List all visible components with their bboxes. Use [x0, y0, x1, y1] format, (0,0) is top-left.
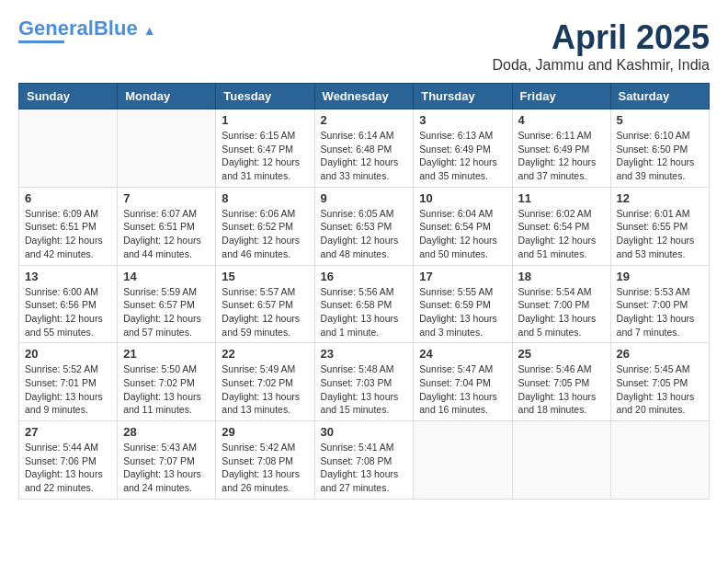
calendar-cell: 14Sunrise: 5:59 AM Sunset: 6:57 PM Dayli… [118, 265, 216, 343]
day-header: Thursday [414, 84, 512, 109]
day-number: 20 [25, 347, 111, 361]
cell-details: Sunrise: 6:15 AM Sunset: 6:47 PM Dayligh… [222, 129, 308, 183]
day-number: 19 [617, 270, 703, 283]
day-number: 28 [123, 425, 210, 439]
cell-details: Sunrise: 6:00 AM Sunset: 6:56 PM Dayligh… [25, 285, 111, 339]
cell-details: Sunrise: 5:46 AM Sunset: 7:05 PM Dayligh… [518, 362, 605, 417]
day-number: 25 [518, 347, 605, 361]
calendar-cell: 17Sunrise: 5:55 AM Sunset: 6:59 PM Dayli… [414, 265, 512, 343]
cell-details: Sunrise: 6:09 AM Sunset: 6:51 PM Dayligh… [25, 207, 111, 261]
calendar-cell: 8Sunrise: 6:06 AM Sunset: 6:52 PM Daylig… [216, 187, 314, 265]
day-number: 2 [321, 113, 408, 127]
logo-icon: ▲ [143, 23, 156, 38]
day-number: 10 [419, 191, 506, 205]
cell-details: Sunrise: 6:14 AM Sunset: 6:48 PM Dayligh… [321, 129, 408, 183]
calendar-week: 20Sunrise: 5:52 AM Sunset: 7:01 PM Dayli… [19, 343, 710, 421]
calendar-cell: 9Sunrise: 6:05 AM Sunset: 6:53 PM Daylig… [314, 187, 414, 265]
cell-details: Sunrise: 5:43 AM Sunset: 7:07 PM Dayligh… [123, 441, 210, 495]
day-header: Tuesday [216, 84, 314, 109]
calendar-cell [19, 109, 118, 188]
calendar-week: 6Sunrise: 6:09 AM Sunset: 6:51 PM Daylig… [19, 187, 710, 265]
calendar-cell: 5Sunrise: 6:10 AM Sunset: 6:50 PM Daylig… [610, 109, 709, 188]
cell-details: Sunrise: 6:05 AM Sunset: 6:53 PM Dayligh… [321, 207, 408, 261]
title-area: April 2025 Doda, Jammu and Kashmir, Indi… [492, 18, 710, 74]
day-number: 23 [321, 347, 408, 361]
cell-details: Sunrise: 5:48 AM Sunset: 7:03 PM Dayligh… [321, 362, 408, 417]
cell-details: Sunrise: 5:55 AM Sunset: 6:59 PM Dayligh… [419, 285, 506, 339]
day-number: 7 [123, 191, 210, 205]
cell-details: Sunrise: 5:50 AM Sunset: 7:02 PM Dayligh… [123, 362, 210, 417]
calendar-cell: 6Sunrise: 6:09 AM Sunset: 6:51 PM Daylig… [19, 187, 118, 265]
day-number: 5 [617, 113, 703, 127]
calendar-week: 1Sunrise: 6:15 AM Sunset: 6:47 PM Daylig… [19, 109, 710, 188]
calendar-cell: 2Sunrise: 6:14 AM Sunset: 6:48 PM Daylig… [314, 109, 414, 188]
cell-details: Sunrise: 5:45 AM Sunset: 7:05 PM Dayligh… [617, 362, 703, 417]
month-title: April 2025 [492, 18, 710, 57]
day-number: 14 [123, 270, 210, 283]
cell-details: Sunrise: 5:59 AM Sunset: 6:57 PM Dayligh… [123, 285, 210, 339]
calendar-cell: 18Sunrise: 5:54 AM Sunset: 7:00 PM Dayli… [512, 265, 610, 343]
day-number: 13 [25, 270, 111, 283]
day-number: 9 [321, 191, 408, 205]
calendar-cell: 27Sunrise: 5:44 AM Sunset: 7:06 PM Dayli… [19, 421, 118, 500]
day-number: 17 [419, 270, 506, 283]
day-header: Friday [512, 84, 610, 109]
cell-details: Sunrise: 6:07 AM Sunset: 6:51 PM Dayligh… [123, 207, 210, 261]
cell-details: Sunrise: 5:52 AM Sunset: 7:01 PM Dayligh… [25, 362, 111, 417]
day-number: 8 [222, 191, 308, 205]
day-number: 26 [617, 347, 703, 361]
day-number: 21 [123, 347, 210, 361]
calendar-header: SundayMondayTuesdayWednesdayThursdayFrid… [19, 84, 710, 109]
cell-details: Sunrise: 5:49 AM Sunset: 7:02 PM Dayligh… [222, 362, 308, 417]
cell-details: Sunrise: 5:54 AM Sunset: 7:00 PM Dayligh… [518, 285, 605, 339]
cell-details: Sunrise: 5:41 AM Sunset: 7:08 PM Dayligh… [321, 441, 408, 495]
calendar-week: 27Sunrise: 5:44 AM Sunset: 7:06 PM Dayli… [19, 421, 710, 500]
cell-details: Sunrise: 6:02 AM Sunset: 6:54 PM Dayligh… [518, 207, 605, 261]
day-number: 29 [222, 425, 308, 439]
day-number: 15 [222, 270, 308, 283]
day-header: Wednesday [314, 84, 414, 109]
day-number: 24 [419, 347, 506, 361]
calendar-cell: 13Sunrise: 6:00 AM Sunset: 6:56 PM Dayli… [19, 265, 118, 343]
day-number: 11 [518, 191, 605, 205]
header: GeneralBlue ▲ April 2025 Doda, Jammu and… [18, 18, 710, 74]
day-number: 3 [419, 113, 506, 127]
calendar-cell: 21Sunrise: 5:50 AM Sunset: 7:02 PM Dayli… [118, 343, 216, 421]
calendar-cell: 3Sunrise: 6:13 AM Sunset: 6:49 PM Daylig… [414, 109, 512, 188]
calendar-week: 13Sunrise: 6:00 AM Sunset: 6:56 PM Dayli… [19, 265, 710, 343]
cell-details: Sunrise: 6:01 AM Sunset: 6:55 PM Dayligh… [617, 207, 703, 261]
day-number: 22 [222, 347, 308, 361]
cell-details: Sunrise: 5:47 AM Sunset: 7:04 PM Dayligh… [419, 362, 506, 417]
calendar-cell [414, 421, 512, 500]
calendar-cell: 7Sunrise: 6:07 AM Sunset: 6:51 PM Daylig… [118, 187, 216, 265]
day-header: Monday [118, 84, 216, 109]
calendar-cell: 1Sunrise: 6:15 AM Sunset: 6:47 PM Daylig… [216, 109, 314, 188]
cell-details: Sunrise: 6:04 AM Sunset: 6:54 PM Dayligh… [419, 207, 506, 261]
day-number: 27 [25, 425, 111, 439]
calendar-cell [512, 421, 610, 500]
cell-details: Sunrise: 6:06 AM Sunset: 6:52 PM Dayligh… [222, 207, 308, 261]
calendar-cell: 28Sunrise: 5:43 AM Sunset: 7:07 PM Dayli… [118, 421, 216, 500]
day-header: Sunday [19, 84, 118, 109]
calendar-cell: 26Sunrise: 5:45 AM Sunset: 7:05 PM Dayli… [610, 343, 709, 421]
logo-blue: Blue [94, 17, 138, 40]
calendar-cell: 10Sunrise: 6:04 AM Sunset: 6:54 PM Dayli… [414, 187, 512, 265]
logo: GeneralBlue ▲ [18, 18, 156, 43]
calendar-cell: 4Sunrise: 6:11 AM Sunset: 6:49 PM Daylig… [512, 109, 610, 188]
calendar-cell: 16Sunrise: 5:56 AM Sunset: 6:58 PM Dayli… [314, 265, 414, 343]
cell-details: Sunrise: 5:53 AM Sunset: 7:00 PM Dayligh… [617, 285, 703, 339]
day-number: 18 [518, 270, 605, 283]
cell-details: Sunrise: 6:10 AM Sunset: 6:50 PM Dayligh… [617, 129, 703, 183]
calendar-cell: 12Sunrise: 6:01 AM Sunset: 6:55 PM Dayli… [610, 187, 709, 265]
calendar-cell: 23Sunrise: 5:48 AM Sunset: 7:03 PM Dayli… [314, 343, 414, 421]
calendar-cell: 20Sunrise: 5:52 AM Sunset: 7:01 PM Dayli… [19, 343, 118, 421]
day-number: 1 [222, 113, 308, 127]
day-number: 30 [321, 425, 408, 439]
day-number: 6 [25, 191, 111, 205]
calendar-body: 1Sunrise: 6:15 AM Sunset: 6:47 PM Daylig… [19, 109, 710, 500]
location-title: Doda, Jammu and Kashmir, India [492, 57, 710, 74]
day-header: Saturday [610, 84, 709, 109]
logo-general: General [18, 17, 94, 40]
cell-details: Sunrise: 6:13 AM Sunset: 6:49 PM Dayligh… [419, 129, 506, 183]
calendar-cell [118, 109, 216, 188]
